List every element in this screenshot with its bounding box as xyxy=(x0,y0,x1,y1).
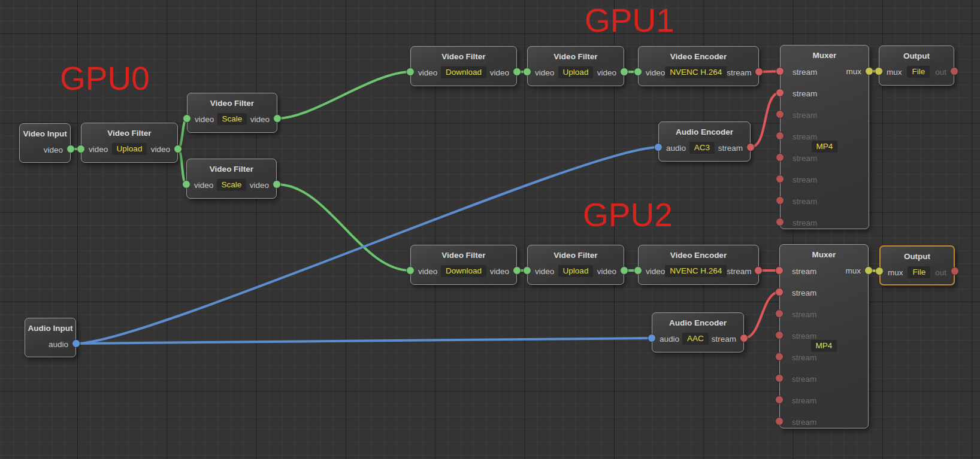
param-chip: Upload xyxy=(558,265,594,277)
node-title: Audio Encoder xyxy=(652,318,743,327)
node-audio-input[interactable]: Audio Input audio xyxy=(25,318,76,357)
input-port-label: stream xyxy=(792,353,816,362)
input-port-label: video xyxy=(535,267,554,276)
output-port-label: video xyxy=(250,181,269,190)
input-port-label: stream xyxy=(793,154,817,163)
output-port-label: audio xyxy=(49,340,68,349)
node-video-filter-scale-a[interactable]: Video Filter video Scale video xyxy=(187,93,277,133)
input-port-label: video xyxy=(646,267,665,276)
node-output-2[interactable]: Output mux File out xyxy=(879,245,955,285)
wire-stream[interactable] xyxy=(759,71,780,72)
node-video-filter-upload-gpu1[interactable]: Video Filter video Upload video xyxy=(527,46,624,86)
output-port-label: out xyxy=(935,268,946,277)
output-port-label: video xyxy=(490,267,509,276)
input-port-label: stream xyxy=(792,396,816,405)
param-chip: MP4 xyxy=(812,141,838,153)
output-port-label: video xyxy=(44,145,63,154)
input-port-label: stream xyxy=(792,332,816,341)
node-audio-encoder-aac[interactable]: Audio Encoder audio AAC stream xyxy=(652,312,744,352)
node-video-encoder-gpu1[interactable]: Video Encoder video NVENC H.264 stream xyxy=(638,46,759,86)
output-port-label: out xyxy=(935,68,946,77)
input-port-label: video xyxy=(194,181,213,190)
output-port-label: stream xyxy=(727,267,751,276)
node-title: Muxer xyxy=(781,51,869,60)
param-chip: Upload xyxy=(558,66,594,78)
input-port-label: stream xyxy=(792,310,816,319)
node-video-filter-upload-gpu2[interactable]: Video Filter video Upload video xyxy=(527,245,624,285)
node-title: Output xyxy=(879,51,954,60)
input-port-label: mux xyxy=(888,268,903,277)
node-muxer-1[interactable]: Muxer mux stream stream stream stream st… xyxy=(780,45,869,229)
param-chip: Download xyxy=(441,265,486,277)
node-audio-encoder-ac3[interactable]: Audio Encoder audio AC3 stream xyxy=(658,121,751,162)
input-port-label: video xyxy=(195,115,214,124)
node-title: Video Filter xyxy=(187,165,276,174)
node-title: Audio Input xyxy=(25,324,75,333)
node-graph-canvas[interactable]: GPU0 GPU1 GPU2 Video Input video Video F… xyxy=(0,0,980,459)
output-port-label: video xyxy=(151,145,170,154)
param-chip: File xyxy=(907,66,930,78)
node-title: Video Filter xyxy=(411,52,516,61)
output-port-label: video xyxy=(490,68,509,77)
input-port-label: video xyxy=(89,145,108,154)
input-port-label: video xyxy=(646,68,665,77)
wire-video[interactable] xyxy=(178,118,187,149)
node-video-filter-scale-b[interactable]: Video Filter video Scale video xyxy=(186,159,277,199)
input-port-label: stream xyxy=(793,218,817,227)
node-title: Output xyxy=(881,252,954,261)
wire-stream[interactable] xyxy=(751,93,780,147)
node-title: Video Filter xyxy=(81,129,177,138)
node-title: Video Input xyxy=(20,129,70,138)
input-port-label: stream xyxy=(793,175,817,184)
input-port-label: audio xyxy=(660,335,679,344)
input-port-label: stream xyxy=(792,375,816,384)
node-title: Video Encoder xyxy=(639,52,758,61)
node-video-filter-download-gpu2[interactable]: Video Filter video Download video xyxy=(410,245,517,285)
node-title: Video Encoder xyxy=(639,251,758,260)
node-title: Video Filter xyxy=(528,251,624,260)
param-chip: Scale xyxy=(217,179,247,191)
gpu1-label: GPU1 xyxy=(585,4,674,37)
param-chip: File xyxy=(908,266,930,278)
output-port-label: video xyxy=(597,267,616,276)
input-port-label: stream xyxy=(793,68,817,77)
wire-mux[interactable] xyxy=(869,270,879,271)
output-port-label: video xyxy=(250,115,270,124)
output-port-label: stream xyxy=(712,335,736,344)
node-title: Muxer xyxy=(780,250,868,259)
input-port-label: stream xyxy=(793,132,817,141)
param-chip: Upload xyxy=(112,143,147,155)
node-title: Video Filter xyxy=(187,99,277,108)
wire-audio[interactable] xyxy=(76,338,652,344)
node-title: Video Filter xyxy=(411,251,516,260)
input-port-label: video xyxy=(535,68,554,77)
input-port-label: stream xyxy=(792,267,816,276)
input-port-label: mux xyxy=(887,68,902,77)
param-chip: AC3 xyxy=(689,142,715,154)
node-video-input[interactable]: Video Input video xyxy=(19,123,71,163)
wire-video[interactable] xyxy=(277,184,410,270)
param-chip: Download xyxy=(441,66,486,78)
input-port-label: video xyxy=(418,267,437,276)
node-video-filter-upload-source[interactable]: Video Filter video Upload video xyxy=(81,123,178,163)
gpu0-label: GPU0 xyxy=(60,62,150,95)
node-muxer-2[interactable]: Muxer mux stream stream stream stream st… xyxy=(779,244,869,428)
param-chip: AAC xyxy=(682,333,709,345)
wire-video[interactable] xyxy=(178,149,186,184)
input-port-label: stream xyxy=(793,111,817,120)
node-video-encoder-gpu2[interactable]: Video Encoder video NVENC H.264 stream xyxy=(638,245,759,285)
output-port-label: stream xyxy=(727,68,751,77)
input-port-label: stream xyxy=(793,89,817,98)
param-chip: Scale xyxy=(217,113,247,125)
node-title: Video Filter xyxy=(528,52,624,61)
output-port-label: stream xyxy=(718,144,743,153)
param-chip: NVENC H.264 xyxy=(665,265,727,277)
output-port-label: video xyxy=(597,68,616,77)
node-output-1[interactable]: Output mux File out xyxy=(879,45,954,86)
node-video-filter-download-gpu1[interactable]: Video Filter video Download video xyxy=(410,46,517,86)
input-port-label: stream xyxy=(792,288,816,297)
input-port-label: audio xyxy=(666,144,686,153)
param-chip: MP4 xyxy=(811,340,837,352)
wire-stream[interactable] xyxy=(744,292,779,338)
wire-video[interactable] xyxy=(277,72,410,118)
